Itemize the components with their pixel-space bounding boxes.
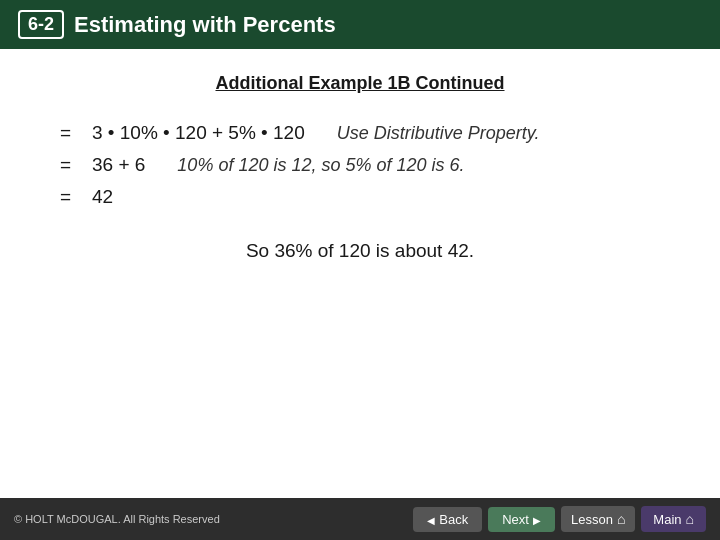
main-label: Main [653, 512, 681, 527]
next-label: Next [502, 512, 529, 527]
math-row-3: = 42 [60, 186, 660, 208]
conclusion-text: So 36% of 120 is about 42. [60, 240, 660, 262]
expression-3: 42 [92, 186, 113, 208]
lesson-button[interactable]: Lesson [561, 506, 635, 532]
main-button[interactable]: Main [641, 506, 706, 532]
math-row-2: = 36 + 6 10% of 120 is 12, so 5% of 120 … [60, 154, 660, 176]
page-title: Estimating with Percents [74, 12, 336, 38]
lesson-badge: 6-2 [18, 10, 64, 39]
expression-1: 3 • 10% • 120 + 5% • 120 [92, 122, 305, 144]
main-home-icon [686, 511, 694, 527]
next-arrow-icon [533, 512, 541, 527]
copyright-text: © HOLT McDOUGAL. All Rights Reserved [14, 513, 220, 525]
example-title: Additional Example 1B Continued [60, 73, 660, 94]
lesson-label: Lesson [571, 512, 613, 527]
equals-2: = [60, 154, 92, 176]
math-lines: = 3 • 10% • 120 + 5% • 120 Use Distribut… [60, 122, 660, 208]
header-bar: 6-2 Estimating with Percents [0, 0, 720, 49]
expression-2: 36 + 6 [92, 154, 145, 176]
comment-2: 10% of 120 is 12, so 5% of 120 is 6. [177, 155, 464, 176]
back-button[interactable]: Back [413, 507, 482, 532]
main-content: Additional Example 1B Continued = 3 • 10… [0, 49, 720, 286]
footer-nav: Back Next Lesson Main [413, 506, 706, 532]
equals-1: = [60, 122, 92, 144]
footer: © HOLT McDOUGAL. All Rights Reserved Bac… [0, 498, 720, 540]
math-row-1: = 3 • 10% • 120 + 5% • 120 Use Distribut… [60, 122, 660, 144]
next-button[interactable]: Next [488, 507, 555, 532]
equals-3: = [60, 186, 92, 208]
lesson-home-icon [617, 511, 625, 527]
comment-1: Use Distributive Property. [337, 123, 540, 144]
back-label: Back [439, 512, 468, 527]
back-arrow-icon [427, 512, 435, 527]
